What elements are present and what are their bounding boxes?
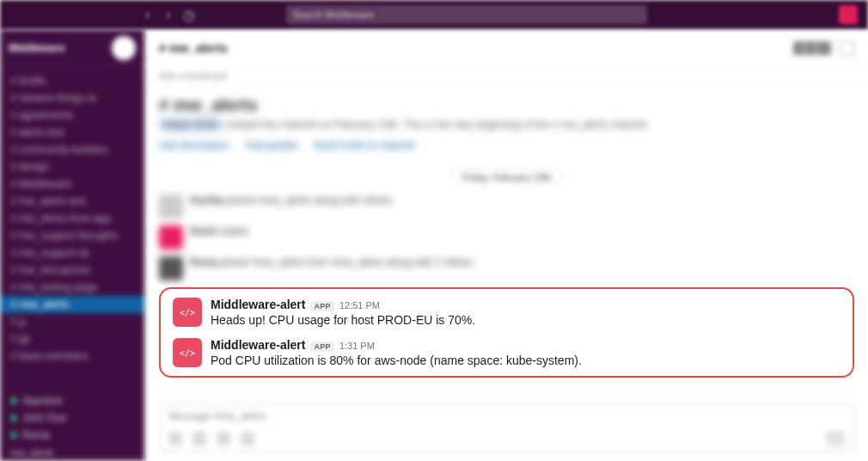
channel-header: # mw_alerts [145,29,868,67]
message-composer[interactable]: Message #mw_alerts [159,404,854,452]
sidebar-item[interactable]: # g [0,313,144,330]
date-pill[interactable]: Friday, February 10th [450,169,562,186]
main-panel: # mw_alerts Add a bookmark # mw_alerts A… [144,29,868,461]
sidebar-item[interactable]: # gk [0,330,144,347]
timestamp: 1:31 PM [339,341,375,351]
workspace-header[interactable]: Middleware [0,29,144,67]
sidebar: Middleware # Drafts# random-things-to# a… [0,29,144,461]
sidebar-item[interactable]: # community-builders [0,141,144,158]
workspace-name: Middleware [9,42,64,54]
app-badge: APP [310,341,333,352]
app-badge: APP [310,301,333,311]
dm-list: SlackbotJohn DoeRoma [0,392,144,444]
channel-list: # Drafts# random-things-to# agreements# … [0,67,144,392]
compose-button[interactable] [112,36,136,60]
sidebar-item[interactable]: # mw_demo-from-app [0,210,144,227]
alert-highlight-box: </>Middleware-alertAPP12:51 PMHeads up! … [159,287,854,378]
sidebar-item[interactable]: # agreements [0,107,144,124]
sidebar-item[interactable]: # alerts-test [0,124,144,141]
sender-name[interactable]: Middleware-alert [211,298,305,311]
sidebar-item[interactable]: # new_alerts [0,296,144,313]
search-placeholder: Search Middleware [293,9,374,20]
sidebar-item[interactable]: # Middleware [0,175,144,193]
sidebar-item[interactable]: # mw_test-jasmin [0,261,144,279]
help-icon[interactable] [816,7,832,22]
app-avatar: </> [173,338,202,367]
composer-input[interactable]: Message #mw_alerts [168,410,845,426]
message: Kartika joined #mw_alerts along with oth… [159,194,854,218]
back-icon[interactable]: ‹ [139,6,156,23]
dm-item[interactable]: Slackbot [0,392,144,409]
attach-icon[interactable] [168,432,182,446]
intro-heading: # mw_alerts [159,95,854,115]
intro-text: Aditya Shah created this channel on Febr… [159,119,854,131]
emoji-icon[interactable] [217,432,230,446]
sidebar-item[interactable]: # team-members [0,347,144,365]
clock-icon[interactable]: ◷ [180,6,198,23]
top-bar: ‹ › ◷ Search Middleware [0,0,868,29]
app-avatar: </> [173,298,202,327]
message: Rohit Added [159,225,854,249]
sidebar-item[interactable]: # mw_support-thoughts [0,227,144,244]
alert-message: </>Middleware-alertAPP1:31 PMPod CPU uti… [173,338,840,370]
avatar [159,225,183,249]
intro-link[interactable]: Add people [246,139,298,151]
avatar [159,194,183,218]
user-avatar[interactable] [839,5,858,24]
format-icon[interactable] [193,432,206,446]
message-list: # mw_alerts Aditya Shah created this cha… [145,87,868,397]
timestamp: 12:51 PM [339,300,380,310]
message-text: Pod CPU utilization is 80% for aws-node … [211,353,840,370]
dm-item[interactable]: John Doe [0,409,144,427]
sidebar-item[interactable]: # random-things-to [0,89,144,107]
channel-topic[interactable]: Add a bookmark [145,67,868,87]
sidebar-item[interactable]: # Drafts [0,72,144,89]
message: Roma joined #mw_alerts from #mw_alerts a… [159,256,854,280]
svg-text:</>: </> [180,348,195,358]
mention-icon[interactable] [241,432,254,446]
blurred-messages: Kartika joined #mw_alerts along with oth… [159,194,854,280]
sidebar-bottom: mw_alerts [0,444,144,461]
channel-intro: # mw_alerts Aditya Shah created this cha… [159,95,854,151]
dm-item[interactable]: Roma [0,427,144,444]
history-nav: ‹ › ◷ [139,6,198,23]
intro-links: Add descriptionAdd peopleSend invite to … [159,139,854,151]
message-text: Heads up! CPU usage for host PROD-EU is … [211,312,840,329]
forward-icon[interactable]: › [160,6,177,23]
avatar [159,256,183,280]
member-add-icon[interactable] [839,40,854,56]
sender-name[interactable]: Middleware-alert [211,338,305,352]
alert-message: </>Middleware-alertAPP12:51 PMHeads up! … [173,298,840,329]
sidebar-item[interactable]: # mw_support-ok [0,244,144,261]
channel-name[interactable]: # mw_alerts [159,41,228,55]
date-divider: Friday, February 10th [159,169,854,186]
sidebar-item[interactable]: # design [0,158,144,175]
search-input[interactable]: Search Middleware [286,5,647,24]
send-button[interactable] [826,431,845,446]
sidebar-item[interactable]: # mw_alerts-test [0,193,144,210]
intro-link[interactable]: Add description [159,139,230,151]
intro-link[interactable]: Send invite to channel [313,139,414,151]
composer-area: Message #mw_alerts [145,397,868,461]
sidebar-item[interactable]: # mw_testing-page [0,279,144,296]
member-avatars[interactable] [796,40,832,56]
svg-text:</>: </> [180,308,195,317]
